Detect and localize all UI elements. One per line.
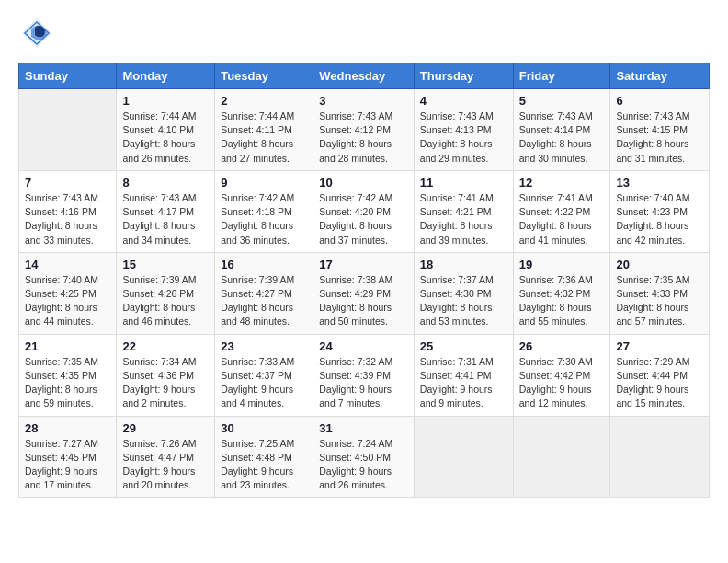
calendar-cell: 29Sunrise: 7:26 AM Sunset: 4:47 PM Dayli… [117,416,215,498]
logo [18,15,59,52]
day-detail: Sunrise: 7:42 AM Sunset: 4:18 PM Dayligh… [221,191,307,247]
calendar-week-row: 14Sunrise: 7:40 AM Sunset: 4:25 PM Dayli… [19,252,710,334]
day-detail: Sunrise: 7:34 AM Sunset: 4:36 PM Dayligh… [122,355,209,411]
day-detail: Sunrise: 7:37 AM Sunset: 4:30 PM Dayligh… [420,273,507,329]
calendar-cell: 4Sunrise: 7:43 AM Sunset: 4:13 PM Daylig… [414,89,513,171]
day-number: 7 [25,176,110,190]
day-detail: Sunrise: 7:35 AM Sunset: 4:33 PM Dayligh… [616,273,703,329]
calendar-cell: 21Sunrise: 7:35 AM Sunset: 4:35 PM Dayli… [19,334,117,416]
day-number: 10 [319,176,408,190]
day-number: 4 [420,94,507,108]
weekday-header-thursday: Thursday [414,63,513,89]
day-detail: Sunrise: 7:24 AM Sunset: 4:50 PM Dayligh… [319,437,408,493]
day-detail: Sunrise: 7:31 AM Sunset: 4:41 PM Dayligh… [420,355,507,411]
day-number: 5 [519,94,605,108]
day-detail: Sunrise: 7:39 AM Sunset: 4:26 PM Dayligh… [122,273,209,329]
calendar-cell: 8Sunrise: 7:43 AM Sunset: 4:17 PM Daylig… [117,170,215,252]
calendar-cell: 15Sunrise: 7:39 AM Sunset: 4:26 PM Dayli… [117,252,215,334]
calendar-cell: 17Sunrise: 7:38 AM Sunset: 4:29 PM Dayli… [313,252,415,334]
day-number: 13 [616,176,703,190]
day-number: 2 [221,94,307,108]
day-number: 3 [319,94,408,108]
day-detail: Sunrise: 7:43 AM Sunset: 4:14 PM Dayligh… [519,109,605,166]
calendar-week-row: 28Sunrise: 7:27 AM Sunset: 4:45 PM Dayli… [19,416,710,498]
calendar-cell: 3Sunrise: 7:43 AM Sunset: 4:12 PM Daylig… [313,89,415,171]
day-number: 27 [616,339,703,353]
day-number: 11 [420,176,507,190]
calendar-cell: 5Sunrise: 7:43 AM Sunset: 4:14 PM Daylig… [513,89,610,171]
calendar-cell: 2Sunrise: 7:44 AM Sunset: 4:11 PM Daylig… [215,89,313,171]
calendar-cell: 1Sunrise: 7:44 AM Sunset: 4:10 PM Daylig… [117,89,215,171]
calendar-cell [513,416,610,498]
weekday-header-tuesday: Tuesday [215,63,313,89]
day-detail: Sunrise: 7:41 AM Sunset: 4:21 PM Dayligh… [420,191,507,247]
calendar-cell: 23Sunrise: 7:33 AM Sunset: 4:37 PM Dayli… [215,334,313,416]
day-detail: Sunrise: 7:39 AM Sunset: 4:27 PM Dayligh… [221,273,307,329]
calendar-week-row: 21Sunrise: 7:35 AM Sunset: 4:35 PM Dayli… [19,334,710,416]
day-detail: Sunrise: 7:29 AM Sunset: 4:44 PM Dayligh… [616,355,703,411]
day-detail: Sunrise: 7:30 AM Sunset: 4:42 PM Dayligh… [519,355,605,411]
day-number: 14 [25,258,110,271]
weekday-header-row: SundayMondayTuesdayWednesdayThursdayFrid… [19,63,710,89]
weekday-header-wednesday: Wednesday [313,63,415,89]
day-detail: Sunrise: 7:25 AM Sunset: 4:48 PM Dayligh… [221,437,307,493]
calendar-cell: 22Sunrise: 7:34 AM Sunset: 4:36 PM Dayli… [117,334,215,416]
calendar-cell: 31Sunrise: 7:24 AM Sunset: 4:50 PM Dayli… [313,416,415,498]
day-detail: Sunrise: 7:32 AM Sunset: 4:39 PM Dayligh… [319,355,408,411]
calendar-cell: 27Sunrise: 7:29 AM Sunset: 4:44 PM Dayli… [610,334,710,416]
day-detail: Sunrise: 7:44 AM Sunset: 4:11 PM Dayligh… [221,109,307,166]
day-number: 9 [221,176,307,190]
day-number: 1 [122,94,209,108]
calendar-cell: 6Sunrise: 7:43 AM Sunset: 4:15 PM Daylig… [610,89,710,171]
calendar-week-row: 1Sunrise: 7:44 AM Sunset: 4:10 PM Daylig… [19,89,710,171]
calendar-cell: 13Sunrise: 7:40 AM Sunset: 4:23 PM Dayli… [610,170,710,252]
day-detail: Sunrise: 7:43 AM Sunset: 4:16 PM Dayligh… [25,191,110,247]
day-number: 25 [420,339,507,353]
calendar-cell: 14Sunrise: 7:40 AM Sunset: 4:25 PM Dayli… [19,252,117,334]
calendar-cell: 9Sunrise: 7:42 AM Sunset: 4:18 PM Daylig… [215,170,313,252]
day-detail: Sunrise: 7:43 AM Sunset: 4:15 PM Dayligh… [616,109,703,166]
day-detail: Sunrise: 7:35 AM Sunset: 4:35 PM Dayligh… [25,355,110,411]
calendar-cell [19,89,117,171]
page-header [18,15,710,52]
weekday-header-saturday: Saturday [610,63,710,89]
day-detail: Sunrise: 7:38 AM Sunset: 4:29 PM Dayligh… [319,273,408,329]
calendar-cell: 28Sunrise: 7:27 AM Sunset: 4:45 PM Dayli… [19,416,117,498]
calendar-cell: 25Sunrise: 7:31 AM Sunset: 4:41 PM Dayli… [414,334,513,416]
weekday-header-sunday: Sunday [19,63,117,89]
calendar-cell: 16Sunrise: 7:39 AM Sunset: 4:27 PM Dayli… [215,252,313,334]
day-detail: Sunrise: 7:27 AM Sunset: 4:45 PM Dayligh… [25,437,110,493]
day-detail: Sunrise: 7:33 AM Sunset: 4:37 PM Dayligh… [221,355,307,411]
day-number: 19 [519,258,605,271]
day-detail: Sunrise: 7:41 AM Sunset: 4:22 PM Dayligh… [519,191,605,247]
day-number: 30 [221,421,307,435]
day-detail: Sunrise: 7:43 AM Sunset: 4:12 PM Dayligh… [319,109,408,166]
calendar-cell: 30Sunrise: 7:25 AM Sunset: 4:48 PM Dayli… [215,416,313,498]
calendar-cell: 24Sunrise: 7:32 AM Sunset: 4:39 PM Dayli… [313,334,415,416]
day-number: 28 [25,421,110,435]
calendar-week-row: 7Sunrise: 7:43 AM Sunset: 4:16 PM Daylig… [19,170,710,252]
day-number: 23 [221,339,307,353]
day-number: 12 [519,176,605,190]
logo-icon [18,15,55,52]
day-detail: Sunrise: 7:40 AM Sunset: 4:25 PM Dayligh… [25,273,110,329]
calendar-cell [414,416,513,498]
day-number: 16 [221,258,307,271]
day-detail: Sunrise: 7:40 AM Sunset: 4:23 PM Dayligh… [616,191,703,247]
calendar-cell: 18Sunrise: 7:37 AM Sunset: 4:30 PM Dayli… [414,252,513,334]
calendar-table: SundayMondayTuesdayWednesdayThursdayFrid… [18,63,710,498]
calendar-cell: 11Sunrise: 7:41 AM Sunset: 4:21 PM Dayli… [414,170,513,252]
day-detail: Sunrise: 7:26 AM Sunset: 4:47 PM Dayligh… [122,437,209,493]
weekday-header-friday: Friday [513,63,610,89]
day-number: 20 [616,258,703,271]
day-number: 21 [25,339,110,353]
day-detail: Sunrise: 7:44 AM Sunset: 4:10 PM Dayligh… [122,109,209,166]
day-number: 31 [319,421,408,435]
day-number: 24 [319,339,408,353]
day-number: 29 [122,421,209,435]
day-detail: Sunrise: 7:43 AM Sunset: 4:17 PM Dayligh… [122,191,209,247]
calendar-cell [610,416,710,498]
day-number: 8 [122,176,209,190]
day-detail: Sunrise: 7:42 AM Sunset: 4:20 PM Dayligh… [319,191,408,247]
day-detail: Sunrise: 7:43 AM Sunset: 4:13 PM Dayligh… [420,109,507,166]
